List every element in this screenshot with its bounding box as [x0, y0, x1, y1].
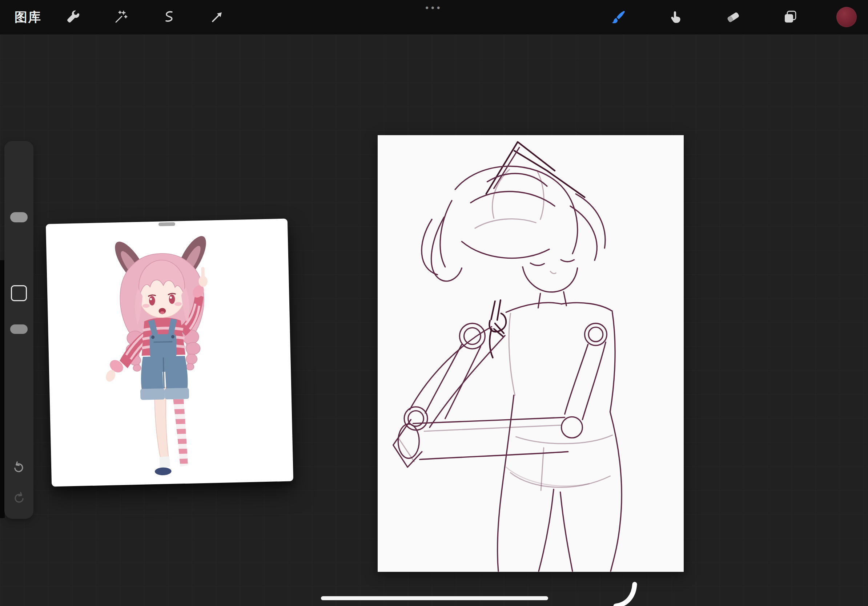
undo-arrow-icon — [12, 461, 26, 475]
smudge-finger-icon — [668, 9, 684, 25]
gallery-button[interactable]: 图库 — [12, 0, 43, 34]
procreate-workspace: 图库 ••• — [0, 0, 868, 606]
overflow-menu-button[interactable]: ••• — [412, 2, 456, 14]
paint-tool-button[interactable] — [607, 5, 630, 29]
smudge-tool-button[interactable] — [665, 5, 688, 29]
white-paint-smear — [610, 578, 643, 606]
reference-drag-handle[interactable] — [158, 223, 175, 226]
figure-sketch — [378, 135, 684, 572]
home-indicator[interactable] — [321, 596, 548, 600]
magic-wand-icon — [112, 9, 129, 25]
reference-character-image — [46, 219, 293, 487]
opacity-slider-handle[interactable] — [10, 325, 28, 334]
transform-button[interactable] — [205, 5, 229, 29]
opacity-slider[interactable] — [5, 301, 33, 402]
sidebar-tool-panel — [5, 141, 33, 519]
paintbrush-icon — [610, 9, 627, 25]
transform-arrow-icon — [209, 9, 225, 25]
top-toolbar: 图库 ••• — [0, 0, 868, 34]
redo-arrow-icon — [12, 491, 26, 505]
redo-button[interactable] — [12, 491, 26, 506]
reference-companion-window[interactable] — [46, 219, 293, 487]
modify-button[interactable] — [11, 285, 27, 301]
brush-size-slider-handle[interactable] — [10, 212, 28, 223]
layers-icon — [782, 9, 798, 25]
adjustments-button[interactable] — [109, 5, 132, 29]
brush-size-slider[interactable] — [5, 141, 33, 283]
color-swatch-button[interactable] — [836, 7, 857, 27]
erase-tool-button[interactable] — [722, 5, 745, 29]
selection-button[interactable] — [157, 5, 181, 29]
main-canvas[interactable] — [378, 135, 684, 572]
eraser-icon — [725, 9, 741, 25]
undo-button[interactable] — [12, 460, 26, 475]
actions-button[interactable] — [61, 5, 84, 29]
selection-s-icon — [161, 9, 177, 25]
layers-button[interactable] — [778, 5, 802, 29]
wrench-icon — [64, 9, 81, 25]
